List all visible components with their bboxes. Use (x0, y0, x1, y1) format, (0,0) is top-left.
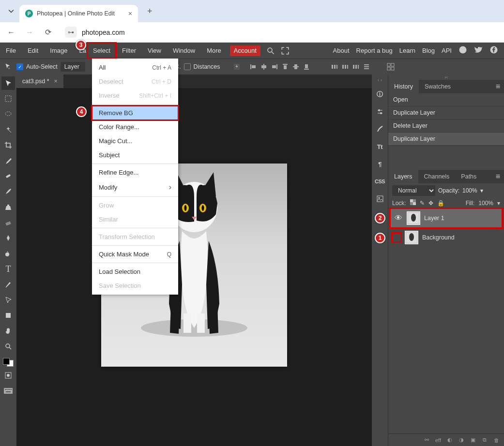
lock-paint-icon[interactable]: ✎ (420, 200, 425, 207)
info-panel-icon[interactable]: ⓘ (374, 89, 386, 100)
tab-list-button[interactable] (3, 4, 19, 18)
quickmask-toggle[interactable] (1, 369, 15, 382)
align-center-h-icon[interactable] (259, 62, 269, 72)
move-tool[interactable] (1, 76, 15, 90)
history-tab[interactable]: History (388, 80, 419, 93)
adjustment-layer-icon[interactable]: ◑ (458, 436, 465, 444)
distances-checkbox[interactable] (184, 63, 191, 70)
back-button[interactable]: ← (4, 25, 18, 40)
document-tab[interactable]: cat3.psd * × (16, 74, 63, 88)
heal-tool[interactable] (1, 169, 15, 183)
zoom-tool[interactable] (1, 340, 15, 353)
link-api[interactable]: API (442, 47, 452, 54)
text-tool[interactable]: T (1, 262, 15, 276)
layer-mask-icon[interactable]: ◐ (446, 436, 454, 444)
fill-caret-icon[interactable]: ▾ (497, 200, 500, 207)
menu-image[interactable]: Image (44, 43, 73, 59)
delete-layer-icon[interactable]: 🗑 (492, 436, 500, 444)
lock-trans-icon[interactable] (410, 199, 416, 207)
dropdown-item[interactable]: Remove BG (92, 106, 178, 120)
distribute-1-icon[interactable] (330, 62, 339, 72)
visibility-toggle[interactable] (392, 233, 401, 242)
link-about[interactable]: About (333, 47, 350, 54)
blur-tool[interactable] (1, 247, 15, 260)
panel-menu-icon[interactable]: ≡ (492, 82, 504, 91)
distribute-2-icon[interactable] (340, 62, 350, 72)
menu-filter[interactable]: Filter (116, 43, 142, 59)
menu-more[interactable]: More (201, 43, 227, 59)
twitter-icon[interactable] (474, 45, 483, 56)
browser-tab[interactable]: P Photopea | Online Photo Edit × (19, 5, 138, 22)
channels-tab[interactable]: Channels (418, 170, 456, 183)
paths-tab[interactable]: Paths (455, 170, 482, 183)
distribute-4-icon[interactable] (362, 62, 371, 72)
layer-row[interactable]: Background (388, 228, 504, 247)
dropdown-item[interactable]: Subject (92, 148, 178, 162)
color-swatches[interactable] (3, 358, 14, 367)
wand-tool[interactable] (1, 123, 15, 136)
dropdown-item[interactable]: Quick Mask ModeQ (92, 247, 178, 261)
brush-panel-icon[interactable] (374, 123, 386, 135)
image-panel-icon[interactable] (374, 193, 386, 205)
reload-button[interactable]: ⟳ (41, 25, 55, 40)
reddit-icon[interactable] (458, 45, 467, 56)
fullscreen-icon[interactable] (280, 45, 290, 56)
adjust-panel-icon[interactable] (374, 106, 386, 118)
clone-tool[interactable] (1, 200, 15, 214)
url-field[interactable]: ⊶ photopea.com (59, 27, 500, 38)
history-item[interactable]: Delete Layer (388, 119, 504, 133)
menu-edit[interactable]: Edit (22, 43, 44, 59)
opacity-caret-icon[interactable]: ▾ (480, 187, 483, 194)
path-select-tool[interactable] (1, 293, 15, 307)
panel-menu-icon[interactable]: ≡ (492, 172, 504, 181)
menu-view[interactable]: View (142, 43, 167, 59)
menu-account[interactable]: Account (230, 45, 260, 56)
link-learn[interactable]: Learn (399, 47, 415, 54)
hand-tool[interactable] (1, 324, 15, 338)
layer-row[interactable]: 👁 Layer 1 (390, 208, 502, 228)
marquee-tool[interactable] (1, 92, 15, 105)
layer-effects-icon[interactable]: eff (434, 436, 442, 444)
opacity-value[interactable]: 100% (462, 187, 477, 194)
history-item[interactable]: Open (388, 93, 504, 106)
lock-all-icon[interactable]: 🔒 (437, 200, 444, 207)
align-bottom-icon[interactable] (302, 62, 311, 72)
layer-name[interactable]: Layer 1 (424, 215, 444, 222)
keyboard-icon[interactable] (1, 384, 15, 398)
layer-thumbnail[interactable] (407, 211, 420, 225)
align-middle-v-icon[interactable] (291, 62, 301, 72)
link-report-bug[interactable]: Report a bug (356, 47, 393, 54)
search-icon[interactable] (265, 45, 276, 56)
blend-mode-select[interactable]: Normal (392, 185, 435, 196)
eraser-tool[interactable] (1, 216, 15, 229)
character-panel-icon[interactable]: Tt (374, 141, 386, 152)
lock-move-icon[interactable]: ✥ (428, 200, 433, 207)
new-tab-button[interactable]: + (143, 4, 156, 18)
facebook-icon[interactable] (489, 45, 498, 56)
align-right-icon[interactable] (270, 62, 279, 72)
layer-group-icon[interactable]: ▣ (469, 436, 477, 444)
layers-tab[interactable]: Layers (388, 170, 418, 183)
site-info-icon[interactable]: ⊶ (65, 27, 77, 38)
dropdown-item[interactable]: Magic Cut... (92, 134, 178, 148)
canvas[interactable] (16, 88, 372, 446)
gradient-tool[interactable] (1, 231, 15, 245)
forward-button[interactable]: → (22, 25, 37, 40)
lasso-tool[interactable] (1, 107, 15, 121)
dropdown-item[interactable]: Refine Edge... (92, 165, 178, 179)
align-top-icon[interactable] (280, 62, 290, 72)
history-item[interactable]: Duplicate Layer (388, 133, 504, 146)
layer-thumbnail[interactable] (405, 231, 418, 244)
shape-tool[interactable] (1, 309, 15, 322)
align-left-icon[interactable] (248, 62, 258, 72)
dropdown-item[interactable]: Color Range... (92, 120, 178, 134)
menu-select[interactable]: Select (87, 43, 116, 59)
layer-name[interactable]: Background (422, 234, 455, 241)
pen-tool[interactable] (1, 278, 15, 291)
visibility-toggle[interactable]: 👁 (394, 214, 403, 223)
paragraph-panel-icon[interactable]: ¶ (374, 158, 386, 170)
tab-close-icon[interactable]: × (128, 10, 132, 17)
crop-tool[interactable] (1, 138, 15, 152)
link-layers-icon[interactable]: ⚯ (423, 436, 430, 444)
auto-select-checkbox[interactable]: ✓ (16, 63, 23, 70)
